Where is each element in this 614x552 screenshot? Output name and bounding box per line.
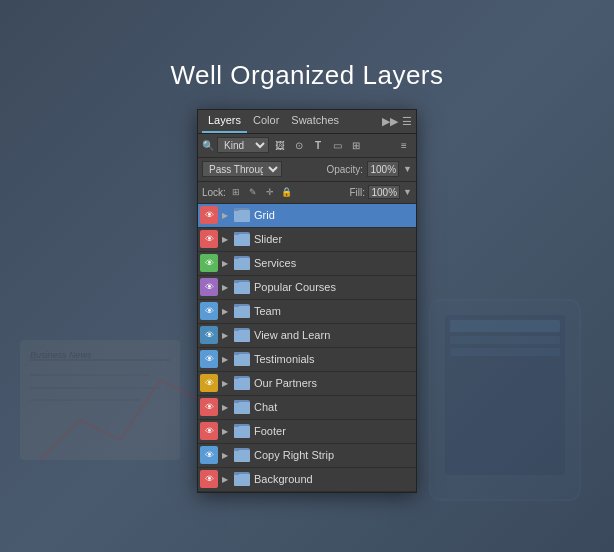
layer-expand-arrow[interactable]: ▶ [220,379,230,388]
layer-visibility-eye[interactable]: 👁 [200,206,218,224]
layer-item[interactable]: 👁▶Team [198,300,416,324]
smartobj-icon[interactable]: ⊞ [348,137,364,153]
svg-rect-46 [234,472,239,475]
layer-item[interactable]: 👁▶Testimonials [198,348,416,372]
lock-toolbar: Lock: ⊞ ✎ ✛ 🔒 Fill: ▼ [198,182,416,204]
layer-folder-icon [234,400,250,414]
layer-expand-arrow[interactable]: ▶ [220,355,230,364]
panel-tabs: Layers Color Swatches ▶▶ ☰ [198,110,416,134]
layer-expand-arrow[interactable]: ▶ [220,475,230,484]
layer-expand-arrow[interactable]: ▶ [220,283,230,292]
kind-select[interactable]: Kind [217,137,269,153]
layer-name-label: Slider [254,233,282,245]
svg-rect-10 [450,348,560,356]
layer-expand-arrow[interactable]: ▶ [220,235,230,244]
layer-folder-icon [234,328,250,342]
lock-label: Lock: [202,187,226,198]
layer-expand-arrow[interactable]: ▶ [220,403,230,412]
layer-folder-icon [234,232,250,246]
svg-rect-31 [234,352,239,355]
layer-visibility-eye[interactable]: 👁 [200,470,218,488]
adjustment-icon[interactable]: ⊙ [291,137,307,153]
layer-item[interactable]: 👁▶Popular Courses [198,276,416,300]
opacity-arrow-icon[interactable]: ▼ [403,164,412,174]
main-content: Well Organized Layers Layers Color Swatc… [170,60,443,493]
layer-name-label: Services [254,257,296,269]
layer-name-label: Testimonials [254,353,315,365]
lock-all-icon[interactable]: 🔒 [280,185,294,199]
layer-folder-icon [234,472,250,486]
layer-item[interactable]: 👁▶Footer [198,420,416,444]
layer-folder-icon [234,280,250,294]
layers-panel: Layers Color Swatches ▶▶ ☰ 🔍 Kind 🖼 ⊙ T … [197,109,417,493]
kind-toolbar: 🔍 Kind 🖼 ⊙ T ▭ ⊞ ≡ [198,134,416,158]
layer-visibility-eye[interactable]: 👁 [200,302,218,320]
search-icon: 🔍 [202,140,214,151]
svg-rect-9 [450,336,560,344]
svg-rect-28 [234,328,239,331]
text-icon[interactable]: T [310,137,326,153]
layer-visibility-eye[interactable]: 👁 [200,326,218,344]
layer-list: 👁▶Grid👁▶Slider👁▶Services👁▶Popular Course… [198,204,416,492]
layer-visibility-eye[interactable]: 👁 [200,278,218,296]
arrows-icon[interactable]: ▶▶ [382,115,398,128]
svg-rect-13 [234,208,239,211]
layer-expand-arrow[interactable]: ▶ [220,331,230,340]
opacity-input[interactable] [367,161,399,177]
svg-rect-8 [450,320,560,332]
layer-visibility-eye[interactable]: 👁 [200,230,218,248]
layer-folder-icon [234,424,250,438]
layer-folder-icon [234,304,250,318]
fill-input[interactable] [368,185,400,199]
layer-expand-arrow[interactable]: ▶ [220,259,230,268]
svg-rect-43 [234,448,239,451]
layer-name-label: Team [254,305,281,317]
layer-item[interactable]: 👁▶Services [198,252,416,276]
layer-visibility-eye[interactable]: 👁 [200,374,218,392]
page-title: Well Organized Layers [170,60,443,91]
layer-visibility-eye[interactable]: 👁 [200,446,218,464]
layer-folder-icon [234,352,250,366]
layer-visibility-eye[interactable]: 👁 [200,398,218,416]
layer-folder-icon [234,376,250,390]
svg-text:Business News: Business News [30,350,92,360]
lock-transparent-icon[interactable]: ⊞ [229,185,243,199]
shape-icon[interactable]: ▭ [329,137,345,153]
panel-tab-more: ▶▶ ☰ [382,115,412,128]
layer-expand-arrow[interactable]: ▶ [220,211,230,220]
options-icon[interactable]: ≡ [396,137,412,153]
tab-layers[interactable]: Layers [202,110,247,133]
svg-rect-19 [234,256,239,259]
blending-mode-select[interactable]: Pass Through [202,161,282,177]
svg-rect-22 [234,280,239,283]
layer-expand-arrow[interactable]: ▶ [220,451,230,460]
tab-color[interactable]: Color [247,110,285,133]
layer-item[interactable]: 👁▶Copy Right Strip [198,444,416,468]
layer-item[interactable]: 👁▶Chat [198,396,416,420]
layer-name-label: Copy Right Strip [254,449,334,461]
layer-folder-icon [234,256,250,270]
svg-rect-34 [234,376,239,379]
layer-item[interactable]: 👁▶Grid [198,204,416,228]
layer-name-label: Background [254,473,313,485]
image-icon[interactable]: 🖼 [272,137,288,153]
layer-item[interactable]: 👁▶View and Learn [198,324,416,348]
menu-icon[interactable]: ☰ [402,115,412,128]
layer-name-label: Grid [254,209,275,221]
layer-item[interactable]: 👁▶Slider [198,228,416,252]
layer-visibility-eye[interactable]: 👁 [200,254,218,272]
layer-item[interactable]: 👁▶Our Partners [198,372,416,396]
fill-label: Fill: [350,187,366,198]
layer-visibility-eye[interactable]: 👁 [200,422,218,440]
layer-name-label: Footer [254,425,286,437]
tab-swatches[interactable]: Swatches [285,110,345,133]
lock-position-icon[interactable]: ✛ [263,185,277,199]
layer-expand-arrow[interactable]: ▶ [220,427,230,436]
layer-name-label: Popular Courses [254,281,336,293]
layer-visibility-eye[interactable]: 👁 [200,350,218,368]
lock-image-icon[interactable]: ✎ [246,185,260,199]
layer-expand-arrow[interactable]: ▶ [220,307,230,316]
fill-arrow-icon[interactable]: ▼ [403,187,412,197]
layer-item[interactable]: 👁▶Background [198,468,416,492]
layer-folder-icon [234,208,250,222]
